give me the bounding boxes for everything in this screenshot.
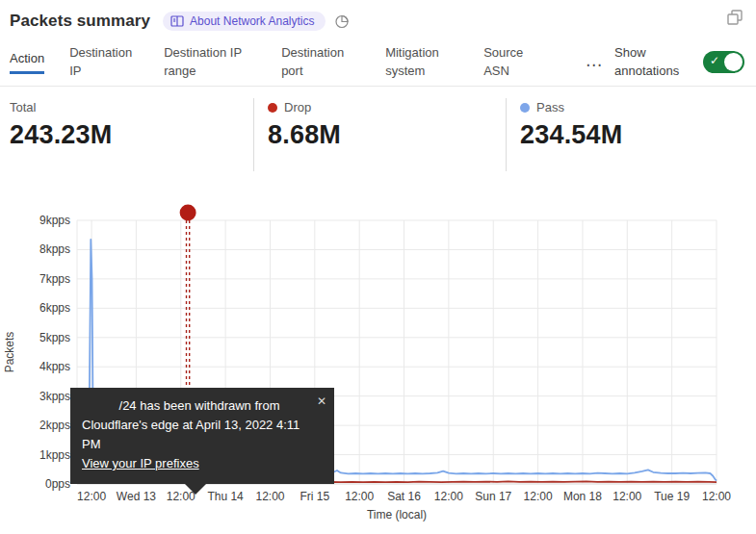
checkmark-icon: ✓ [710,54,719,67]
annotation-tooltip: ✕ /24 has been withdrawn from Cloudflare… [70,388,334,484]
tab-label: Destination IP [69,44,139,81]
y-tick-label: 9kpps [39,214,70,227]
stat-value: 243.23M [10,120,253,150]
stat-value: 234.54M [520,120,717,150]
tab-mitigation-system[interactable]: Mitigation system [385,44,458,81]
y-tick-label: 4kpps [39,360,70,373]
drop-legend-dot [268,103,277,113]
y-tick-label: 8kpps [39,242,70,256]
y-tick-label: 1kpps [39,448,70,462]
x-tick-label: Tue 19 [654,490,690,503]
view-ip-prefixes-link[interactable]: View your IP prefixes [82,456,199,470]
tab-destination-port[interactable]: Destination port [281,44,360,81]
tooltip-line1: /24 has been withdrawn from [82,396,321,416]
stat-label: Total [10,100,36,114]
packets-summary-panel: Packets summary About Network Analytics … [0,0,756,534]
stat-pass: Pass234.54M [506,98,717,171]
filter-tabs: ActionDestination IPDestination IP range… [0,33,756,87]
more-options-button[interactable]: ⋯ [586,51,603,73]
page-title: Packets summary [10,12,150,31]
x-tick-label: Sat 16 [387,490,421,503]
stat-label: Drop [284,100,311,114]
tab-source-asn[interactable]: Source ASN [483,44,534,81]
stats-row: Total243.23MDrop8.68MPass234.54M [0,87,756,171]
tab-label: Destination port [281,44,360,81]
stat-value: 8.68M [268,120,506,150]
x-tick-label: Mon 18 [563,490,602,503]
x-tick-label: Wed 13 [117,490,156,503]
x-tick-label: 12:00 [702,490,731,503]
stat-label: Pass [536,100,564,114]
about-network-analytics-badge[interactable]: About Network Analytics [163,12,325,31]
x-tick-label: 12:00 [434,490,463,503]
pie-chart-icon[interactable] [334,13,350,29]
show-annotations-label: Show annotations [614,44,693,81]
x-axis-title: Time (local) [367,508,427,521]
tooltip-line2: Cloudflare's edge at April 13, 2022 4:11… [82,416,321,454]
x-tick-label: 12:00 [255,490,284,503]
x-tick-label: 12:00 [613,490,641,503]
x-tick-label: Sun 17 [475,490,511,503]
toggle-knob [724,53,743,71]
close-icon[interactable]: ✕ [317,393,326,411]
stat-drop: Drop8.68M [253,98,506,171]
x-tick-label: Thu 14 [207,490,244,503]
y-tick-label: 2kpps [39,419,70,432]
expand-window-icon[interactable] [726,9,743,30]
x-tick-label: 12:00 [345,490,374,503]
y-tick-label: 5kpps [39,331,70,344]
tab-action[interactable]: Action [10,50,44,74]
y-tick-label: 7kpps [39,272,70,286]
y-axis-title: Packets [3,332,16,373]
panel-header: Packets summary About Network Analytics [0,0,756,33]
tab-label: Source ASN [483,44,534,81]
tab-label: Mitigation system [385,44,458,81]
book-icon [170,15,184,27]
y-tick-label: 0pps [45,477,70,491]
tab-label: Action [10,50,44,74]
x-tick-label: Fri 15 [300,490,329,503]
y-tick-label: 3kpps [39,390,70,403]
tab-label: Destination IP range [164,44,256,81]
x-tick-label: 12:00 [524,490,553,503]
show-annotations-toggle[interactable]: ✓ [703,51,744,73]
stat-total: Total243.23M [10,98,253,171]
tab-destination-ip-range[interactable]: Destination IP range [164,44,256,81]
tab-destination-ip[interactable]: Destination IP [69,44,139,81]
pass-legend-dot [520,103,530,113]
x-tick-label: 12:00 [77,490,106,503]
y-tick-label: 6kpps [39,301,70,315]
annotation-marker-dot[interactable] [180,205,196,221]
about-badge-label: About Network Analytics [190,14,314,28]
